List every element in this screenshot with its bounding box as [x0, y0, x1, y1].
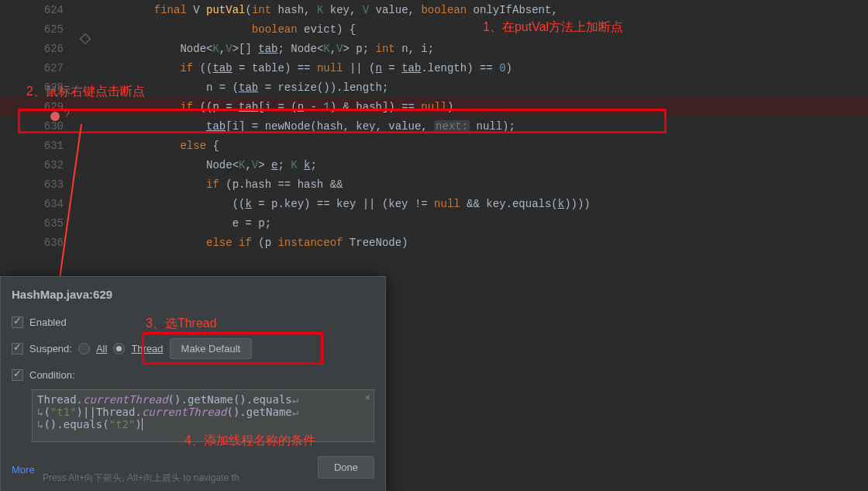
code-text: if ((tab = table) == null || (n = tab.le…	[108, 62, 512, 74]
code-text: n = (tab = resize()).length;	[108, 81, 388, 94]
code-text: if ((p = tab[i = (n - 1) & hash]) == nul…	[108, 101, 453, 113]
line-number: 626	[0, 43, 78, 55]
code-line[interactable]: 634 ((k = p.key) == key || (key != null …	[0, 194, 868, 213]
suspend-label: Suspend:	[29, 343, 72, 354]
popup-title: HashMap.java:629	[1, 277, 385, 309]
code-line[interactable]: 626 Node<K,V>[] tab; Node<K,V> p; int n,…	[0, 39, 868, 58]
line-number: 628	[0, 81, 78, 94]
condition-text: ↳().equals("t2")	[37, 418, 369, 430]
code-text: else if (p instanceof TreeNode)	[108, 237, 408, 249]
suspend-checkbox[interactable]	[12, 343, 23, 354]
code-text: ((k = p.key) == key || (key != null && k…	[108, 198, 591, 210]
code-line-breakpoint[interactable]: 629 ? if ((p = tab[i = (n - 1) & hash]) …	[0, 97, 868, 116]
code-line[interactable]: 633 if (p.hash == hash &&	[0, 175, 868, 194]
code-text: Node<K,V> e; K k;	[108, 159, 317, 171]
condition-input[interactable]: ✕ Thread.currentThread().getName().equal…	[32, 389, 374, 442]
line-number: 627	[0, 62, 78, 74]
navigation-hint: Press Alt+向下箭头, Alt+向上箭头 to navigate th	[43, 472, 239, 485]
line-number: 631	[0, 140, 78, 152]
code-line[interactable]: 627 if ((tab = table) == null || (n = ta…	[0, 58, 868, 78]
breakpoint-popup[interactable]: HashMap.java:629 Enabled Suspend: All Th…	[0, 276, 386, 491]
code-line[interactable]: 636 else if (p instanceof TreeNode)	[0, 233, 868, 252]
suspend-thread-label: Thread	[131, 343, 163, 354]
suspend-all-radio[interactable]	[78, 343, 90, 354]
code-text: e = p;	[108, 217, 271, 230]
code-text: Node<K,V>[] tab; Node<K,V> p; int n, i;	[108, 43, 434, 55]
code-text: final V putVal(int hash, K key, V value,…	[108, 4, 558, 16]
code-text: else {	[108, 140, 219, 152]
code-text: if (p.hash == hash &&	[108, 178, 343, 191]
code-line[interactable]: 631 else {	[0, 136, 868, 155]
suspend-all-label: All	[96, 343, 107, 354]
more-link[interactable]: More	[1, 464, 46, 475]
code-line[interactable]: 632 Node<K,V> e; K k;	[0, 155, 868, 175]
code-line[interactable]: 630 tab[i] = newNode(hash, key, value, n…	[0, 116, 868, 136]
line-number: 624	[0, 4, 78, 16]
condition-checkbox[interactable]	[12, 369, 23, 381]
suspend-thread-radio[interactable]	[113, 343, 125, 354]
make-default-button[interactable]: Make Default	[170, 338, 253, 359]
code-text: tab[i] = newNode(hash, key, value, next:…	[108, 120, 515, 133]
code-line[interactable]: 625 boolean evict) {	[0, 19, 868, 39]
breakpoint-qmark: ?	[64, 109, 70, 120]
code-line[interactable]: 635 e = p;	[0, 213, 868, 233]
line-number: 634	[0, 198, 78, 210]
enabled-row[interactable]: Enabled	[1, 309, 385, 335]
condition-text: ↳("t1")||Thread.currentThread().getName↵	[37, 406, 369, 418]
condition-row[interactable]: Condition:	[1, 361, 385, 388]
enabled-checkbox[interactable]	[12, 316, 23, 328]
enabled-label: Enabled	[29, 316, 67, 328]
condition-label: Condition:	[29, 369, 75, 381]
condition-text: Thread.currentThread().getName().equals↵	[37, 393, 369, 406]
code-editor[interactable]: 624 final V putVal(int hash, K key, V va…	[0, 0, 868, 252]
code-line[interactable]: 628 n = (tab = resize()).length;	[0, 78, 868, 97]
line-number: 625	[0, 23, 78, 36]
code-text: boolean evict) {	[108, 23, 356, 36]
suspend-row[interactable]: Suspend: All Thread Make Default	[1, 335, 385, 361]
code-line[interactable]: 624 final V putVal(int hash, K key, V va…	[0, 0, 868, 19]
close-icon[interactable]: ✕	[365, 392, 370, 403]
line-number: 632	[0, 159, 78, 171]
line-number: 633	[0, 178, 78, 191]
breakpoint-icon[interactable]	[50, 112, 60, 121]
done-button[interactable]: Done	[318, 456, 374, 479]
line-number: 630	[0, 120, 78, 133]
